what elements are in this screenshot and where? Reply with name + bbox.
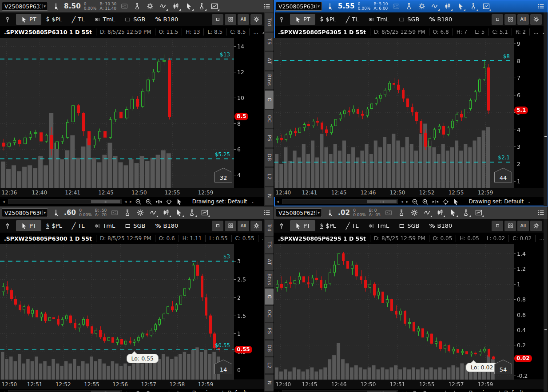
toolbar-gear-icon[interactable]	[530, 221, 542, 231]
pointer-tool-icon[interactable]	[456, 1, 465, 11]
zoom-out-icon[interactable]	[135, 390, 142, 392]
time-axis[interactable]: 12:3612:4012:4112:4512:5012:5512:59	[0, 188, 264, 197]
strategies-flask-icon[interactable]	[469, 1, 478, 11]
symbol-input[interactable]: V250805P6295 ▾	[276, 208, 322, 217]
studies-wave-icon[interactable]	[430, 1, 440, 11]
pin-toolbar-icon[interactable]	[276, 14, 287, 25]
symbol-input[interactable]: V250805P6310 ▾	[2, 2, 48, 11]
crosshair-target-icon[interactable]	[442, 198, 449, 205]
pointer-tool-icon[interactable]	[184, 1, 194, 11]
gadget-tab-l2[interactable]: L2	[265, 357, 274, 373]
scrollbar-thumb[interactable]	[91, 200, 120, 203]
chart-style-candles-icon[interactable]	[171, 1, 181, 11]
cursor-mode-icon[interactable]	[176, 390, 183, 392]
scrollbar-thumb[interactable]	[367, 391, 397, 392]
analyze-flask-icon[interactable]	[404, 1, 414, 11]
drawing-set-label[interactable]: Drawing set: Default	[469, 198, 524, 205]
drawings-chart-icon[interactable]	[481, 1, 491, 11]
price-axis[interactable]: 1412108648.5	[234, 38, 264, 188]
chart-style-candles-icon[interactable]	[443, 1, 453, 11]
price-plot[interactable]: $13$5.25	[0, 38, 234, 188]
drawing-set-label[interactable]: Drawing set: Default	[192, 390, 247, 392]
drawing-set-caret-icon[interactable]: ⌄	[251, 200, 254, 204]
expand-horizontal-icon[interactable]	[155, 390, 163, 392]
symbol-input[interactable]: V250805P6305 ▾	[276, 2, 322, 11]
cursor-mode-icon[interactable]	[452, 198, 459, 205]
drawing-set-caret-icon[interactable]: ⌄	[528, 200, 531, 204]
symbol-link-icon[interactable]	[325, 1, 335, 11]
menu-list-icon[interactable]	[536, 1, 546, 11]
gadget-tab-at[interactable]: AT	[265, 52, 274, 70]
sgb-tool-button[interactable]: SGB	[120, 220, 150, 231]
menu-list-icon[interactable]	[536, 208, 546, 218]
chart-scrollbar[interactable]	[282, 199, 398, 204]
settings-gear-icon[interactable]	[409, 208, 419, 218]
toolbar-gear-icon[interactable]	[250, 221, 262, 231]
gadget-tab-trd[interactable]: Trd	[265, 13, 274, 32]
gadget-tab-oc[interactable]: OC	[265, 110, 274, 128]
time-axis[interactable]: 12:5012:5112:5212:5512:5612:5712:5812:59	[0, 380, 264, 389]
expand-horizontal-icon[interactable]	[432, 390, 439, 392]
time-axis[interactable]: 12:4012:4112:4512:4612:5012:5212:5512:59	[274, 188, 544, 197]
drawings-chart-icon[interactable]	[200, 208, 210, 218]
toolbar-gear-icon[interactable]	[530, 14, 542, 25]
expand-horizontal-icon[interactable]	[155, 198, 163, 205]
symbol-link-icon[interactable]	[51, 208, 61, 218]
pin-toolbar-icon[interactable]	[276, 220, 287, 231]
analyze-flask-icon[interactable]	[397, 208, 406, 218]
b180-tool-button[interactable]: %B180	[151, 14, 183, 25]
spl-tool-button[interactable]: $$PL	[41, 220, 67, 231]
price-axis[interactable]: 1.41.210.80.60.40.2-0.20.02	[514, 244, 544, 380]
dropdown-caret-icon[interactable]: ▾	[316, 4, 321, 8]
all-panels-button[interactable]: All	[517, 14, 529, 25]
gadget-tab-ps[interactable]: PS	[265, 323, 274, 339]
all-panels-button[interactable]: All	[238, 221, 249, 231]
b180-tool-button[interactable]: %B180	[425, 14, 457, 25]
candlestick-canvas[interactable]	[0, 244, 234, 380]
sgb-tool-button[interactable]: SGB	[394, 14, 424, 25]
grid-view-button[interactable]	[225, 14, 236, 25]
gadget-tab-oc[interactable]: OC	[265, 306, 274, 322]
trendline-tool-button[interactable]: ╱TL	[67, 14, 90, 25]
spl-tool-button[interactable]: $$PL	[41, 14, 67, 25]
dropdown-caret-icon[interactable]: ▾	[42, 210, 47, 215]
price-axis[interactable]: 9876543215.1	[514, 38, 544, 188]
step-right-icon[interactable]: ▸	[130, 199, 132, 204]
strategies-flask-icon[interactable]	[187, 208, 197, 218]
step-left-icon[interactable]: ◂	[401, 199, 403, 204]
chart-scrollbar[interactable]	[282, 390, 398, 392]
step-right-icon[interactable]: ▸	[130, 390, 132, 392]
menu-list-icon[interactable]	[262, 208, 272, 218]
grid-view-button[interactable]	[504, 221, 516, 231]
zoom-out-icon[interactable]	[411, 390, 418, 392]
candlestick-canvas[interactable]	[0, 38, 234, 188]
scroll-left-icon[interactable]: ◂	[277, 390, 279, 392]
cursor-mode-icon[interactable]	[176, 198, 183, 205]
symbol-link-icon[interactable]	[325, 208, 335, 218]
gadget-tab-db[interactable]: DB	[265, 341, 274, 356]
strategies-flask-icon[interactable]	[461, 208, 471, 218]
pointer-tool-icon[interactable]	[448, 208, 458, 218]
timeline-tool-button[interactable]: TmL	[89, 220, 120, 231]
all-panels-button[interactable]: All	[517, 221, 529, 231]
timeline-tool-button[interactable]: TmL	[363, 14, 394, 25]
scroll-left-icon[interactable]: ◂	[277, 199, 279, 204]
drawings-chart-icon[interactable]	[474, 208, 484, 218]
candlestick-canvas[interactable]	[274, 244, 514, 380]
scroll-left-icon[interactable]: ◂	[3, 390, 5, 392]
pointer-tool-icon[interactable]	[174, 208, 184, 218]
chart-scrollbar[interactable]	[8, 199, 122, 204]
zoom-out-icon[interactable]	[135, 198, 142, 205]
timeline-tool-button[interactable]: TmL	[363, 220, 394, 231]
single-view-button[interactable]	[492, 14, 503, 25]
chart-style-candles-icon[interactable]	[161, 208, 171, 218]
pt-tool-button[interactable]: PT	[16, 14, 41, 25]
single-view-button[interactable]	[212, 221, 223, 231]
drawing-set-caret-icon[interactable]: ⌄	[251, 390, 254, 392]
gadget-tab-btns[interactable]: Btns	[265, 271, 274, 287]
time-axis[interactable]: 12:4012:4512:4612:5012:5112:5512:5712:59	[274, 380, 544, 389]
dropdown-caret-icon[interactable]: ▾	[42, 4, 47, 8]
step-left-icon[interactable]: ◂	[125, 199, 127, 204]
gadget-tab-ps[interactable]: PS	[265, 129, 274, 147]
zoom-in-icon[interactable]	[421, 390, 429, 392]
